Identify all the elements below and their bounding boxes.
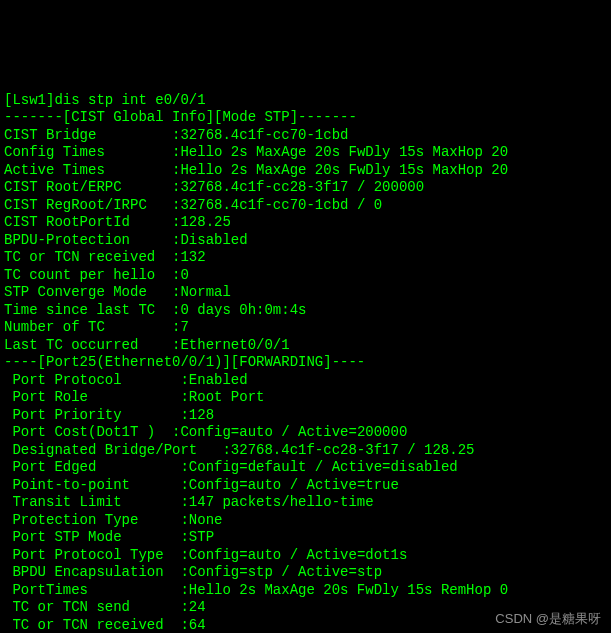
value: :64: [180, 617, 205, 633]
watermark: CSDN @是糖果呀: [495, 611, 601, 627]
row-port-edged: Port Edged :Config=default / Active=disa…: [4, 459, 458, 475]
row-tc-tcn-send: TC or TCN send :24: [4, 599, 206, 615]
label: Point-to-point: [4, 477, 130, 493]
value: :Root Port: [180, 389, 264, 405]
label: Last TC occurred: [4, 337, 138, 353]
label: Port STP Mode: [4, 529, 122, 545]
value: :7: [172, 319, 189, 335]
row-last-tc-occurred: Last TC occurred :Ethernet0/0/1: [4, 337, 290, 353]
row-time-since-last-tc: Time since last TC :0 days 0h:0m:4s: [4, 302, 306, 318]
row-port-protocol: Port Protocol :Enabled: [4, 372, 248, 388]
value: :24: [180, 599, 205, 615]
value: :128: [180, 407, 214, 423]
value: :Config=default / Active=disabled: [180, 459, 457, 475]
prompt-line[interactable]: [Lsw1]dis stp int e0/0/1: [4, 92, 206, 108]
value: :32768.4c1f-cc70-1cbd: [172, 127, 348, 143]
value: :147 packets/hello-time: [180, 494, 373, 510]
row-number-of-tc: Number of TC :7: [4, 319, 189, 335]
label: Port Role: [4, 389, 88, 405]
row-tc-tcn-received: TC or TCN received :64: [4, 617, 206, 633]
value: :Ethernet0/0/1: [172, 337, 290, 353]
value: :Hello 2s MaxAge 20s FwDly 15s RemHop 0: [180, 582, 508, 598]
row-config-times: Config Times :Hello 2s MaxAge 20s FwDly …: [4, 144, 508, 160]
label: Port Protocol: [4, 372, 122, 388]
label: PortTimes: [4, 582, 88, 598]
label: BPDU-Protection: [4, 232, 130, 248]
label: Port Protocol Type: [4, 547, 164, 563]
label: Port Priority: [4, 407, 122, 423]
value: :Hello 2s MaxAge 20s FwDly 15s MaxHop 20: [172, 144, 508, 160]
row-port-priority: Port Priority :128: [4, 407, 214, 423]
value: :Config=auto / Active=200000: [172, 424, 407, 440]
label: TC count per hello: [4, 267, 155, 283]
row-transit-limit: Transit Limit :147 packets/hello-time: [4, 494, 374, 510]
value: :Hello 2s MaxAge 20s FwDly 15s MaxHop 20: [172, 162, 508, 178]
value: :Config=auto / Active=true: [180, 477, 398, 493]
row-designated: Designated Bridge/Port :32768.4c1f-cc28-…: [4, 442, 474, 458]
label: Time since last TC: [4, 302, 155, 318]
label: CIST Bridge: [4, 127, 96, 143]
row-cist-bridge: CIST Bridge :32768.4c1f-cc70-1cbd: [4, 127, 348, 143]
value: :Enabled: [180, 372, 247, 388]
label: Protection Type: [4, 512, 138, 528]
row-cist-root-erpc: CIST Root/ERPC :32768.4c1f-cc28-3f17 / 2…: [4, 179, 424, 195]
value: :32768.4c1f-cc70-1cbd / 0: [172, 197, 382, 213]
row-cist-rootportid: CIST RootPortId :128.25: [4, 214, 231, 230]
label: CIST RegRoot/IRPC: [4, 197, 147, 213]
row-tc-tcn-received: TC or TCN received :132: [4, 249, 206, 265]
row-cist-regroot-irpc: CIST RegRoot/IRPC :32768.4c1f-cc70-1cbd …: [4, 197, 382, 213]
row-bpdu-protection: BPDU-Protection :Disabled: [4, 232, 248, 248]
value: :Config=auto / Active=dot1s: [180, 547, 407, 563]
value: :Config=stp / Active=stp: [180, 564, 382, 580]
label: TC or TCN received: [4, 249, 155, 265]
label: Port Edged: [4, 459, 96, 475]
label: TC or TCN send: [4, 599, 130, 615]
row-bpdu-encapsulation: BPDU Encapsulation :Config=stp / Active=…: [4, 564, 382, 580]
label: Config Times: [4, 144, 105, 160]
value: :0 days 0h:0m:4s: [172, 302, 306, 318]
global-header: -------[CIST Global Info][Mode STP]-----…: [4, 109, 357, 125]
value: :None: [180, 512, 222, 528]
value: :0: [172, 267, 189, 283]
row-stp-converge-mode: STP Converge Mode :Normal: [4, 284, 231, 300]
row-active-times: Active Times :Hello 2s MaxAge 20s FwDly …: [4, 162, 508, 178]
label: CIST RootPortId: [4, 214, 130, 230]
row-protection-type: Protection Type :None: [4, 512, 222, 528]
value: :Disabled: [172, 232, 248, 248]
label: Number of TC: [4, 319, 105, 335]
label: Active Times: [4, 162, 105, 178]
port-header: ----[Port25(Ethernet0/0/1)][FORWARDING]-…: [4, 354, 365, 370]
label: Transit Limit: [4, 494, 122, 510]
row-port-times: PortTimes :Hello 2s MaxAge 20s FwDly 15s…: [4, 582, 508, 598]
label: CIST Root/ERPC: [4, 179, 122, 195]
label: Port Cost(Dot1T ): [4, 424, 155, 440]
value: :STP: [180, 529, 214, 545]
row-point-to-point: Point-to-point :Config=auto / Active=tru…: [4, 477, 399, 493]
label: TC or TCN received: [4, 617, 164, 633]
value: :128.25: [172, 214, 231, 230]
row-port-cost: Port Cost(Dot1T ) :Config=auto / Active=…: [4, 424, 407, 440]
value: :132: [172, 249, 206, 265]
label: STP Converge Mode: [4, 284, 147, 300]
row-port-stp-mode: Port STP Mode :STP: [4, 529, 214, 545]
value: :32768.4c1f-cc28-3f17 / 200000: [172, 179, 424, 195]
row-tc-count-per-hello: TC count per hello :0: [4, 267, 189, 283]
label: BPDU Encapsulation: [4, 564, 164, 580]
row-port-protocol-type: Port Protocol Type :Config=auto / Active…: [4, 547, 407, 563]
terminal-output: [Lsw1]dis stp int e0/0/1 -------[CIST Gl…: [4, 74, 607, 633]
row-port-role: Port Role :Root Port: [4, 389, 264, 405]
value: :Normal: [172, 284, 231, 300]
